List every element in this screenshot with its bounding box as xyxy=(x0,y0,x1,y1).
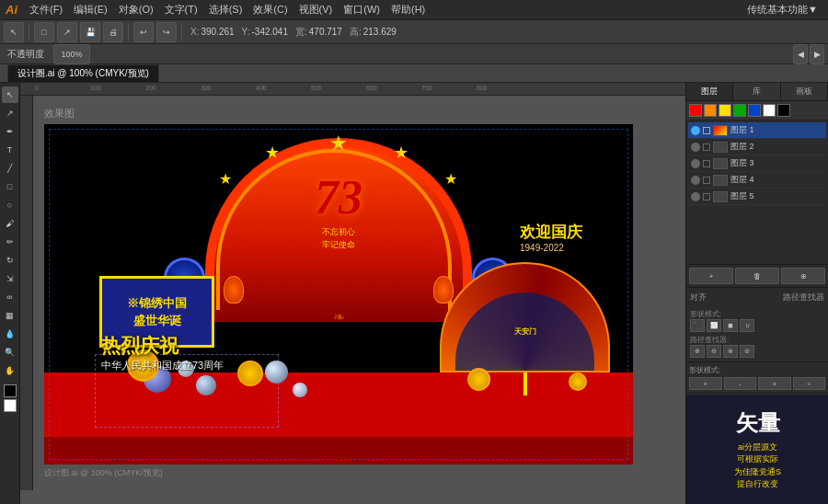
align-right-btn[interactable]: ◼ xyxy=(723,319,738,332)
document-tab[interactable]: 设计圈.ai @ 100% (CMYK/预览) xyxy=(7,64,159,82)
merge-layer-btn[interactable]: ⊕ xyxy=(781,268,825,284)
open-file-btn[interactable]: ↗ xyxy=(57,22,77,42)
scale-tool[interactable]: ⇲ xyxy=(2,270,18,287)
align-left-btn[interactable]: ⬛ xyxy=(690,319,705,332)
print-btn[interactable]: 🖨 xyxy=(103,22,123,42)
lantern-left xyxy=(224,276,244,304)
library-tab[interactable]: 库 xyxy=(733,83,780,100)
menu-help[interactable]: 帮助(H) xyxy=(386,1,430,18)
layer-3[interactable]: 图层 3 xyxy=(688,155,826,172)
x-value: 390.261 xyxy=(201,27,234,37)
layer-2[interactable]: 图层 2 xyxy=(688,139,826,155)
fan-ornament-left xyxy=(467,368,490,391)
delete-layer-btn[interactable]: 🗑 xyxy=(735,268,779,284)
fill-color[interactable] xyxy=(4,384,17,397)
welcome-year: 1949-2022 xyxy=(520,243,582,253)
shape-add[interactable]: + xyxy=(689,377,722,390)
line-tool[interactable]: ╱ xyxy=(2,160,18,177)
pen-tool[interactable]: ✒ xyxy=(2,123,18,140)
promo-title: 矢量 xyxy=(736,408,780,438)
unite-btn[interactable]: ∪ xyxy=(740,319,754,332)
swatch-black[interactable] xyxy=(777,104,790,117)
sub-slogan: 中华人民共和国成立73周年 xyxy=(101,359,224,372)
swatch-green[interactable] xyxy=(733,104,746,117)
star-right2: ★ xyxy=(394,143,408,163)
toolbar-sep2 xyxy=(128,24,129,40)
rotate-tool[interactable]: ↻ xyxy=(2,252,18,269)
menu-select[interactable]: 选择(S) xyxy=(204,1,247,18)
align-center-btn[interactable]: ⬜ xyxy=(707,319,721,332)
hand-tool[interactable]: ✋ xyxy=(2,362,18,379)
layer-1[interactable]: 图层 1 xyxy=(688,122,826,139)
menu-effect[interactable]: 效果(C) xyxy=(248,1,292,18)
pathfinder-excl[interactable]: ⊘ xyxy=(740,345,754,358)
selection-tool[interactable]: ↖ xyxy=(2,86,18,103)
menu-file[interactable]: 文件(F) xyxy=(25,1,67,18)
swatch-yellow[interactable] xyxy=(719,104,731,117)
save-btn[interactable]: 💾 xyxy=(80,22,100,42)
gradient-tool[interactable]: ▦ xyxy=(2,307,18,324)
layers-list: 图层 1 图层 2 图层 3 图层 4 xyxy=(686,120,828,264)
shape-mode-btns: + - × ÷ xyxy=(689,377,825,390)
swatch-red[interactable] xyxy=(689,104,702,117)
sphere5 xyxy=(293,383,307,397)
menu-object[interactable]: 对象(O) xyxy=(114,1,158,18)
select-tool[interactable]: ↖ xyxy=(4,22,24,42)
undo-btn[interactable]: ↩ xyxy=(133,22,154,42)
stroke-color[interactable] xyxy=(4,399,17,412)
shape-minus[interactable]: - xyxy=(724,377,757,390)
shape-div[interactable]: ÷ xyxy=(793,377,826,390)
pathfinder-inter[interactable]: ⊗ xyxy=(723,345,738,358)
canvas-scroll[interactable]: 效果图 xyxy=(33,96,685,490)
color-row xyxy=(686,101,828,120)
menu-view[interactable]: 视图(V) xyxy=(294,1,338,18)
blend-tool[interactable]: ∞ xyxy=(2,289,18,305)
workspace-dropdown[interactable]: 传统基本功能▼ xyxy=(742,1,822,18)
horizontal-ruler: 0 100 200 300 400 500 600 700 800 xyxy=(20,83,685,96)
layer-5[interactable]: 图层 5 xyxy=(688,189,826,205)
menu-edit[interactable]: 编辑(E) xyxy=(69,1,112,18)
zoom-tool[interactable]: 🔍 xyxy=(2,344,18,361)
swatch-blue[interactable] xyxy=(748,104,761,117)
pencil-tool[interactable]: ✏ xyxy=(2,234,18,250)
arrange-fwd[interactable]: ▶ xyxy=(810,44,824,64)
w-label: 宽: xyxy=(295,26,307,39)
star-left3: ★ xyxy=(219,170,232,188)
swatch-orange[interactable] xyxy=(704,104,717,117)
panel-tabs: 图层 库 画板 xyxy=(686,83,828,101)
canvas-area[interactable]: 0 100 200 300 400 500 600 700 800 效果图 xyxy=(20,83,685,504)
brush-tool[interactable]: 🖌 xyxy=(2,215,18,232)
ellipse-tool[interactable]: ○ xyxy=(2,197,18,213)
opacity-input[interactable]: 100% xyxy=(53,44,90,64)
star-right3: ★ xyxy=(444,170,457,188)
floor-shadow xyxy=(44,437,633,464)
vertical-ruler xyxy=(20,96,33,490)
fan-structure: 天安门 xyxy=(440,262,610,395)
menu-window[interactable]: 窗口(W) xyxy=(339,1,385,18)
app-logo: Ai xyxy=(6,3,17,17)
transform-btns: ⬛ ⬜ ◼ ∪ xyxy=(690,319,824,332)
new-layer-btn[interactable]: + xyxy=(689,268,733,284)
rect-tool[interactable]: □ xyxy=(2,178,18,195)
layers-tab[interactable]: 图层 xyxy=(686,83,733,100)
pathfinder-add[interactable]: ⊕ xyxy=(690,345,705,358)
type-tool[interactable]: T xyxy=(2,142,18,158)
new-file-btn[interactable]: □ xyxy=(34,22,54,42)
swatch-white[interactable] xyxy=(763,104,776,117)
sign-line2: 盛世华诞 xyxy=(127,312,187,330)
design-canvas[interactable]: 73 不忘初心 牢记使命 ★ ★ ★ ★ ★ xyxy=(44,124,633,464)
canvas-info: 设计图.ai @ 100% (CMYK/预览) xyxy=(44,467,674,479)
redo-btn[interactable]: ↪ xyxy=(156,22,177,42)
eyedropper-tool[interactable]: 💧 xyxy=(2,326,18,342)
w-value: 470.717 xyxy=(309,27,342,37)
menu-text[interactable]: 文字(T) xyxy=(160,1,202,18)
main-area: ↖ ↗ ✒ T ╱ □ ○ 🖌 ✏ ↻ ⇲ ∞ ▦ 💧 🔍 ✋ 0 100 20… xyxy=(0,83,828,504)
direct-selection-tool[interactable]: ↗ xyxy=(2,105,18,121)
shape-x[interactable]: × xyxy=(758,377,791,390)
layer-4[interactable]: 图层 4 xyxy=(688,172,826,189)
pathfinder-label: 路径查找器 xyxy=(783,292,824,304)
arrange-back[interactable]: ◀ xyxy=(793,44,808,64)
artboard-tab[interactable]: 画板 xyxy=(781,83,828,100)
align-label: 对齐 xyxy=(690,292,707,304)
pathfinder-sub[interactable]: ⊖ xyxy=(707,345,721,358)
